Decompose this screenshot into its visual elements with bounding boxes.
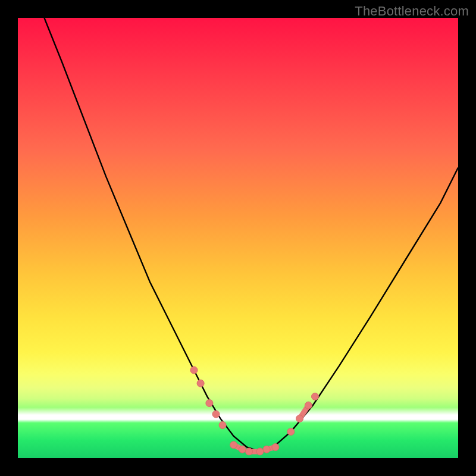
chart-svg bbox=[18, 18, 458, 458]
marker-dot bbox=[212, 411, 220, 418]
marker-dot bbox=[219, 422, 226, 429]
marker-dot bbox=[305, 402, 312, 409]
marker-dot bbox=[296, 415, 303, 422]
marker-dot bbox=[312, 393, 319, 400]
marker-dot bbox=[197, 380, 204, 387]
marker-group bbox=[190, 367, 319, 455]
marker-dot bbox=[206, 400, 213, 407]
bottleneck-curve bbox=[44, 18, 458, 452]
marker-dot bbox=[287, 428, 295, 436]
marker-dot bbox=[246, 448, 253, 455]
marker-dot bbox=[256, 448, 264, 455]
marker-dot bbox=[272, 444, 279, 451]
watermark-text: TheBottleneck.com bbox=[355, 4, 469, 19]
marker-dot bbox=[190, 367, 198, 374]
marker-dot bbox=[230, 441, 237, 449]
marker-dot bbox=[239, 446, 246, 453]
marker-dot bbox=[263, 446, 270, 453]
chart-area bbox=[18, 18, 458, 458]
